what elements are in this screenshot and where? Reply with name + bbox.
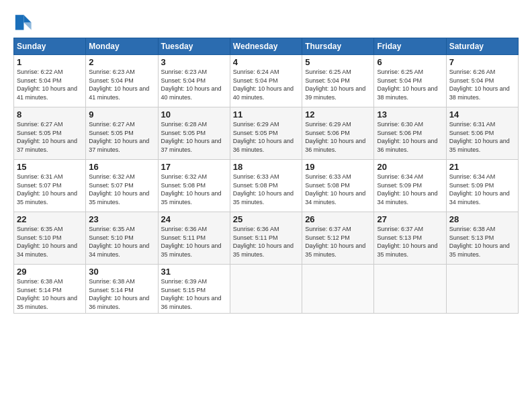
day-info: Sunrise: 6:23 AMSunset: 5:04 PMDaylight:… — [161, 68, 227, 101]
day-info: Sunrise: 6:26 AMSunset: 5:04 PMDaylight:… — [449, 68, 515, 101]
calendar-cell: 12Sunrise: 6:29 AMSunset: 5:06 PMDayligh… — [302, 107, 374, 160]
day-number: 16 — [89, 162, 154, 172]
day-info: Sunrise: 6:32 AMSunset: 5:08 PMDaylight:… — [161, 173, 227, 206]
day-number: 7 — [449, 57, 515, 67]
day-info: Sunrise: 6:23 AMSunset: 5:04 PMDaylight:… — [89, 68, 154, 101]
weekday-header: Friday — [374, 38, 446, 55]
day-number: 22 — [17, 214, 83, 224]
day-info: Sunrise: 6:25 AMSunset: 5:04 PMDaylight:… — [305, 68, 371, 101]
day-info: Sunrise: 6:35 AMSunset: 5:10 PMDaylight:… — [17, 225, 83, 259]
day-info: Sunrise: 6:39 AMSunset: 5:15 PMDaylight:… — [161, 277, 227, 311]
calendar-cell: 13Sunrise: 6:30 AMSunset: 5:06 PMDayligh… — [374, 107, 446, 160]
calendar-week-row: 15Sunrise: 6:31 AMSunset: 5:07 PMDayligh… — [14, 160, 519, 212]
day-info: Sunrise: 6:28 AMSunset: 5:05 PMDaylight:… — [161, 120, 227, 154]
day-number: 8 — [17, 109, 83, 120]
day-number: 24 — [161, 214, 227, 224]
day-number: 3 — [161, 57, 227, 67]
day-info: Sunrise: 6:33 AMSunset: 5:08 PMDaylight:… — [305, 173, 371, 206]
day-number: 28 — [449, 214, 515, 224]
calendar-week-row: 29Sunrise: 6:38 AMSunset: 5:14 PMDayligh… — [14, 265, 519, 314]
day-number: 29 — [17, 267, 83, 277]
day-number: 19 — [305, 162, 371, 172]
day-number: 2 — [89, 57, 154, 67]
calendar-cell: 11Sunrise: 6:29 AMSunset: 5:05 PMDayligh… — [230, 107, 302, 160]
calendar-cell: 4Sunrise: 6:24 AMSunset: 5:04 PMDaylight… — [230, 55, 302, 107]
svg-marker-0 — [24, 15, 31, 22]
day-info: Sunrise: 6:38 AMSunset: 5:14 PMDaylight:… — [89, 277, 154, 311]
day-number: 27 — [377, 214, 443, 224]
calendar-cell: 25Sunrise: 6:36 AMSunset: 5:11 PMDayligh… — [230, 212, 302, 265]
day-info: Sunrise: 6:36 AMSunset: 5:11 PMDaylight:… — [233, 225, 299, 259]
calendar-cell — [302, 265, 374, 314]
day-info: Sunrise: 6:34 AMSunset: 5:09 PMDaylight:… — [377, 173, 443, 206]
calendar-cell: 18Sunrise: 6:33 AMSunset: 5:08 PMDayligh… — [230, 160, 302, 212]
calendar-cell: 24Sunrise: 6:36 AMSunset: 5:11 PMDayligh… — [158, 212, 230, 265]
weekday-header: Sunday — [14, 38, 86, 55]
calendar-cell: 6Sunrise: 6:25 AMSunset: 5:04 PMDaylight… — [374, 55, 446, 107]
day-info: Sunrise: 6:27 AMSunset: 5:05 PMDaylight:… — [17, 120, 83, 154]
day-info: Sunrise: 6:29 AMSunset: 5:06 PMDaylight:… — [305, 120, 371, 154]
calendar-cell: 30Sunrise: 6:38 AMSunset: 5:14 PMDayligh… — [86, 265, 158, 314]
day-info: Sunrise: 6:31 AMSunset: 5:07 PMDaylight:… — [17, 173, 83, 206]
logo — [13, 12, 35, 31]
calendar-cell: 31Sunrise: 6:39 AMSunset: 5:15 PMDayligh… — [158, 265, 230, 314]
day-info: Sunrise: 6:36 AMSunset: 5:11 PMDaylight:… — [161, 225, 227, 259]
day-number: 12 — [305, 109, 371, 120]
page: SundayMondayTuesdayWednesdayThursdayFrid… — [0, 0, 532, 411]
day-info: Sunrise: 6:38 AMSunset: 5:14 PMDaylight:… — [17, 277, 83, 311]
calendar-cell: 9Sunrise: 6:27 AMSunset: 5:05 PMDaylight… — [86, 107, 158, 160]
calendar-cell: 29Sunrise: 6:38 AMSunset: 5:14 PMDayligh… — [14, 265, 86, 314]
day-info: Sunrise: 6:38 AMSunset: 5:13 PMDaylight:… — [449, 225, 515, 259]
day-number: 30 — [89, 267, 154, 277]
calendar: SundayMondayTuesdayWednesdayThursdayFrid… — [13, 38, 519, 314]
day-info: Sunrise: 6:25 AMSunset: 5:04 PMDaylight:… — [377, 68, 443, 101]
logo-icon — [13, 12, 32, 31]
calendar-cell: 21Sunrise: 6:34 AMSunset: 5:09 PMDayligh… — [446, 160, 518, 212]
day-number: 9 — [89, 109, 154, 120]
calendar-week-row: 8Sunrise: 6:27 AMSunset: 5:05 PMDaylight… — [14, 107, 519, 160]
day-info: Sunrise: 6:32 AMSunset: 5:07 PMDaylight:… — [89, 173, 154, 206]
weekday-header: Saturday — [446, 38, 518, 55]
weekday-header-row: SundayMondayTuesdayWednesdayThursdayFrid… — [14, 38, 519, 55]
day-info: Sunrise: 6:31 AMSunset: 5:06 PMDaylight:… — [449, 120, 515, 154]
calendar-week-row: 22Sunrise: 6:35 AMSunset: 5:10 PMDayligh… — [14, 212, 519, 265]
calendar-cell: 15Sunrise: 6:31 AMSunset: 5:07 PMDayligh… — [14, 160, 86, 212]
day-info: Sunrise: 6:27 AMSunset: 5:05 PMDaylight:… — [89, 120, 154, 154]
day-number: 25 — [233, 214, 299, 224]
day-number: 15 — [17, 162, 83, 172]
weekday-header: Monday — [86, 38, 158, 55]
day-number: 26 — [305, 214, 371, 224]
day-info: Sunrise: 6:37 AMSunset: 5:12 PMDaylight:… — [305, 225, 371, 259]
day-info: Sunrise: 6:24 AMSunset: 5:04 PMDaylight:… — [233, 68, 299, 101]
day-number: 21 — [449, 162, 515, 172]
calendar-cell: 23Sunrise: 6:35 AMSunset: 5:10 PMDayligh… — [86, 212, 158, 265]
header — [13, 12, 519, 31]
day-number: 1 — [17, 57, 83, 67]
day-info: Sunrise: 6:37 AMSunset: 5:13 PMDaylight:… — [377, 225, 443, 259]
day-number: 4 — [233, 57, 299, 67]
calendar-cell: 2Sunrise: 6:23 AMSunset: 5:04 PMDaylight… — [86, 55, 158, 107]
calendar-cell — [446, 265, 518, 314]
day-number: 10 — [161, 109, 227, 120]
calendar-cell: 19Sunrise: 6:33 AMSunset: 5:08 PMDayligh… — [302, 160, 374, 212]
calendar-cell: 1Sunrise: 6:22 AMSunset: 5:04 PMDaylight… — [14, 55, 86, 107]
calendar-cell: 20Sunrise: 6:34 AMSunset: 5:09 PMDayligh… — [374, 160, 446, 212]
day-number: 18 — [233, 162, 299, 172]
day-number: 5 — [305, 57, 371, 67]
calendar-cell: 17Sunrise: 6:32 AMSunset: 5:08 PMDayligh… — [158, 160, 230, 212]
calendar-cell — [230, 265, 302, 314]
calendar-cell: 26Sunrise: 6:37 AMSunset: 5:12 PMDayligh… — [302, 212, 374, 265]
day-number: 6 — [377, 57, 443, 67]
day-number: 13 — [377, 109, 443, 120]
calendar-cell: 28Sunrise: 6:38 AMSunset: 5:13 PMDayligh… — [446, 212, 518, 265]
day-number: 11 — [233, 109, 299, 120]
day-info: Sunrise: 6:29 AMSunset: 5:05 PMDaylight:… — [233, 120, 299, 154]
calendar-cell: 3Sunrise: 6:23 AMSunset: 5:04 PMDaylight… — [158, 55, 230, 107]
calendar-cell: 10Sunrise: 6:28 AMSunset: 5:05 PMDayligh… — [158, 107, 230, 160]
svg-marker-1 — [24, 22, 31, 30]
calendar-cell: 27Sunrise: 6:37 AMSunset: 5:13 PMDayligh… — [374, 212, 446, 265]
weekday-header: Thursday — [302, 38, 374, 55]
day-number: 17 — [161, 162, 227, 172]
day-number: 14 — [449, 109, 515, 120]
weekday-header: Tuesday — [158, 38, 230, 55]
